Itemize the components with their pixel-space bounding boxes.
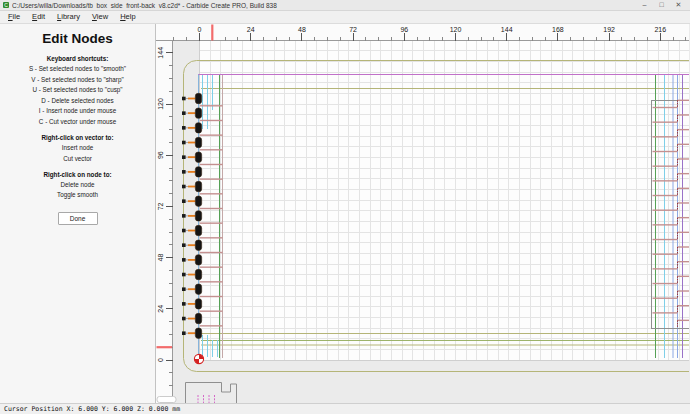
shortcut-line: Cut vector [0, 155, 155, 162]
h-ruler-label: 168 [552, 26, 564, 33]
drawing-canvas[interactable]: 024487296120144168192216144120967248240 [156, 24, 690, 403]
node-handle[interactable] [182, 243, 186, 247]
h-ruler-label: 144 [501, 26, 513, 33]
h-ruler-label: 216 [654, 26, 666, 33]
h-ruler-label: 24 [247, 26, 255, 33]
shortcut-line: U - Set selected nodes to "cusp" [0, 86, 155, 93]
node-handle[interactable] [182, 126, 186, 130]
h-ruler-label: 192 [603, 26, 615, 33]
section-heading: Keyboard shortcuts: [0, 55, 155, 62]
h-ruler-label: 48 [298, 26, 306, 33]
node-cluster[interactable] [195, 255, 201, 265]
menu-file[interactable]: File [2, 11, 26, 23]
node-handle[interactable] [182, 258, 186, 262]
v-ruler-label: 0 [157, 358, 164, 362]
canvas-svg[interactable]: 024487296120144168192216144120967248240 [156, 24, 689, 403]
node-cluster[interactable] [195, 211, 201, 221]
shortcut-line: Toggle smooth [0, 191, 155, 198]
section-heading: Right-click on vector to: [0, 134, 155, 141]
node-handle[interactable] [182, 155, 186, 159]
edit-nodes-panel: Edit Nodes Keyboard shortcuts:S - Set se… [0, 24, 156, 403]
node-cluster[interactable] [195, 167, 201, 177]
window-title: C:/Users/willa/Downloads/tb_box_side_fro… [12, 2, 277, 9]
shortcut-line: Delete node [0, 181, 155, 188]
v-ruler-label: 24 [157, 305, 164, 313]
node-cluster[interactable] [195, 152, 201, 162]
origin-marker [194, 354, 203, 363]
panel-title: Edit Nodes [0, 31, 155, 46]
scrollbar-thumb[interactable] [157, 397, 176, 403]
v-ruler-label: 48 [157, 254, 164, 262]
node-handle[interactable] [182, 111, 186, 115]
node-cluster[interactable] [195, 196, 201, 206]
shortcut-line: C - Cut vector under mouse [0, 118, 155, 125]
menu-bar: File Edit Library View Help [0, 11, 690, 24]
menu-library[interactable]: Library [51, 11, 86, 23]
h-ruler-label: 72 [349, 26, 357, 33]
node-handle[interactable] [182, 287, 186, 291]
menu-help[interactable]: Help [114, 11, 141, 23]
shortcut-line: I - Insert node under mouse [0, 107, 155, 114]
app-icon: C [3, 2, 9, 8]
node-handle[interactable] [182, 331, 186, 335]
v-ruler-label: 96 [157, 151, 164, 159]
maximize-button[interactable]: □ [653, 0, 670, 10]
cursor-tick-y [157, 346, 173, 348]
section-heading: Right-click on node to: [0, 171, 155, 178]
title-bar: C C:/Users/willa/Downloads/tb_box_side_f… [0, 0, 690, 11]
shortcut-line: D - Delete selected nodes [0, 97, 155, 104]
shortcut-line: Insert node [0, 144, 155, 151]
node-handle[interactable] [182, 199, 186, 203]
node-cluster[interactable] [195, 181, 201, 191]
node-cluster[interactable] [195, 328, 201, 338]
window-controls: – □ ✕ [636, 0, 687, 10]
node-cluster[interactable] [195, 137, 201, 147]
profile-shape-vector[interactable] [186, 383, 237, 404]
close-button[interactable]: ✕ [670, 0, 687, 10]
node-cluster[interactable] [195, 123, 201, 133]
edit-nodes[interactable] [182, 93, 202, 338]
menu-edit[interactable]: Edit [26, 11, 51, 23]
node-handle[interactable] [182, 302, 186, 306]
h-ruler-label: 0 [198, 26, 202, 33]
panel-sections: Keyboard shortcuts:S - Set selected node… [0, 55, 155, 198]
cursor-tick-x [211, 25, 213, 41]
application-window: C C:/Users/willa/Downloads/tb_box_side_f… [0, 0, 690, 414]
node-handle[interactable] [182, 97, 186, 101]
node-handle[interactable] [182, 141, 186, 145]
node-cluster[interactable] [195, 299, 201, 309]
shortcut-line: S - Set selected nodes to "smooth" [0, 65, 155, 72]
node-handle[interactable] [182, 170, 186, 174]
node-handle[interactable] [182, 273, 186, 277]
v-ruler-label: 72 [157, 202, 164, 210]
node-handle[interactable] [182, 214, 186, 218]
node-handle[interactable] [182, 317, 186, 321]
status-bar: Cursor Position X: 6.000 Y: 6.000 Z: 0.0… [0, 403, 690, 414]
shortcut-line: V - Set selected nodes to "sharp" [0, 76, 155, 83]
node-cluster[interactable] [195, 313, 201, 323]
node-handle[interactable] [182, 185, 186, 189]
node-cluster[interactable] [195, 108, 201, 118]
h-ruler-label: 120 [450, 26, 462, 33]
done-button[interactable]: Done [58, 212, 98, 225]
cursor-position-readout: Cursor Position X: 6.000 Y: 6.000 Z: 0.0… [4, 405, 180, 413]
node-handle[interactable] [182, 229, 186, 233]
minimize-button[interactable]: – [636, 0, 653, 10]
node-cluster[interactable] [195, 93, 201, 103]
v-ruler-label: 120 [157, 98, 164, 110]
node-cluster[interactable] [195, 269, 201, 279]
node-cluster[interactable] [195, 225, 201, 235]
menu-view[interactable]: View [86, 11, 114, 23]
node-cluster[interactable] [195, 240, 201, 250]
v-ruler-label: 144 [157, 47, 164, 59]
h-ruler-label: 96 [400, 26, 408, 33]
node-cluster[interactable] [195, 284, 201, 294]
